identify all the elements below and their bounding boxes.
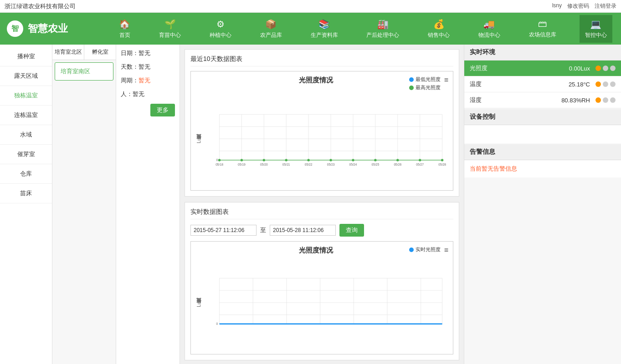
to-text: 至 <box>260 226 266 234</box>
env-dots <box>595 97 616 103</box>
env-name: 温度 <box>470 80 569 88</box>
info-label: 人： <box>121 91 133 97</box>
nav-icon: 📚 <box>318 19 330 30</box>
chart-section-10days-title: 最近10天数据图表 <box>190 55 453 66</box>
info-label: 日期： <box>121 50 139 56</box>
nav-item-农场信息库[interactable]: 🗃农场信息库 <box>523 15 562 43</box>
info-row: 日期：暂无 <box>121 49 175 57</box>
nav-item-销售中心[interactable]: 💰销售中心 <box>422 15 455 43</box>
env-section-title: 实时环境 <box>464 45 621 61</box>
chart-section-realtime: 实时数据图表 至 查询 光照度情况 <box>185 202 459 360</box>
env-value: 25.18°C <box>569 81 590 88</box>
logo-area: 智 智慧农业 <box>0 20 105 37</box>
sub-nav-tabs: 培育室北区 孵化室 <box>52 45 116 60</box>
info-row: 人：暂无 <box>121 90 175 98</box>
env-row-光照度: 光照度 0.00Lux <box>464 61 621 76</box>
nav-icon: 🏭 <box>377 19 389 30</box>
sidebar-item-水域[interactable]: 水域 <box>0 125 52 145</box>
chart-1-svg-wrap: 0 <box>204 93 448 186</box>
change-password-link[interactable]: 修改密码 <box>567 2 589 10</box>
sub-nav: 培育室北区 孵化室 培育室南区 <box>52 45 116 364</box>
sidebar-item-连栋温室[interactable]: 连栋温室 <box>0 106 52 125</box>
env-dot <box>595 66 601 71</box>
svg-point-23 <box>352 159 354 161</box>
sub-nav-item-south[interactable]: 培育室南区 <box>55 62 113 81</box>
legend-label-max: 最高光照度 <box>416 84 441 91</box>
nav-item-农产品库[interactable]: 📦农产品库 <box>255 15 287 43</box>
sidebar-item-露天区域[interactable]: 露天区域 <box>0 66 52 86</box>
device-section-title: 设备控制 <box>464 109 621 125</box>
svg-point-24 <box>374 159 376 161</box>
logout-link[interactable]: 注销登录 <box>595 2 616 10</box>
nav-icon: 💻 <box>590 19 601 30</box>
svg-text:05/24: 05/24 <box>349 163 357 166</box>
env-dot <box>603 66 608 71</box>
svg-text:05/25: 05/25 <box>371 163 379 166</box>
top-bar: 浙江绿谱农业科技有限公司 lsny 修改密码 注销登录 <box>0 0 621 13</box>
nav-item-物流中心[interactable]: 🚚物流中心 <box>473 15 506 43</box>
sidebar-item-催芽室[interactable]: 催芽室 <box>0 145 52 164</box>
logo-icon: 智 <box>7 20 23 37</box>
chart-title-row-1: 光照度情况 最低光照度 最高光照度 <box>195 76 448 91</box>
svg-text:05/18: 05/18 <box>216 163 223 166</box>
chart-2-menu[interactable]: ≡ <box>444 246 448 254</box>
chart-2-svg-area: 光照度值Lux <box>195 257 448 349</box>
device-content <box>464 125 621 143</box>
nav-item-种植中心[interactable]: ⚙种植中心 <box>204 15 237 43</box>
legend-label-realtime: 实时光照度 <box>416 246 441 253</box>
sidebar-item-苗床[interactable]: 苗床 <box>0 184 52 203</box>
sidebar: 播种室露天区域独栋温室连栋温室水域催芽室仓库苗床 <box>0 45 52 364</box>
nav-item-生产资料库[interactable]: 📚生产资料库 <box>305 15 344 43</box>
alert-text: 当前暂无告警信息 <box>470 165 517 172</box>
nav-item-产后处理中心[interactable]: 🏭产后处理中心 <box>361 15 405 43</box>
alert-section-title: 告警信息 <box>464 144 621 160</box>
top-bar-actions: lsny 修改密码 注销登录 <box>552 2 616 10</box>
info-row: 周期：暂无 <box>121 76 175 85</box>
chart-container-1: 光照度情况 最低光照度 最高光照度 <box>190 71 453 191</box>
env-dot <box>610 66 616 71</box>
legend-dot-min <box>409 77 414 82</box>
sidebar-item-播种室[interactable]: 播种室 <box>0 47 52 66</box>
alert-content: 当前暂无告警信息 <box>464 160 621 177</box>
nav-icon: 🗃 <box>538 19 547 29</box>
svg-point-27 <box>441 159 443 161</box>
nav-item-智控中心[interactable]: 💻智控中心 <box>580 15 612 43</box>
svg-point-18 <box>241 159 243 161</box>
query-button[interactable]: 查询 <box>339 224 364 237</box>
chart-container-2: 光照度情况 实时光照度 ≡ 光照度值Lux <box>190 241 453 354</box>
sub-nav-tab-hatch[interactable]: 孵化室 <box>84 45 116 60</box>
svg-text:05/20: 05/20 <box>260 163 268 166</box>
legend-item-max: 最高光照度 <box>409 84 441 91</box>
nav-label: 农场信息库 <box>529 31 556 39</box>
nav-icon: 🌱 <box>164 19 176 30</box>
chart-1-menu[interactable]: ≡ <box>444 76 448 84</box>
svg-text:05/26: 05/26 <box>394 163 401 166</box>
sidebar-item-独栋温室[interactable]: 独栋温室 <box>0 86 52 106</box>
alert-section: 告警信息 当前暂无告警信息 <box>464 144 621 177</box>
nav-item-育苗中心[interactable]: 🌱育苗中心 <box>154 15 186 43</box>
nav-icon: 🏠 <box>119 19 130 30</box>
more-button[interactable]: 更多 <box>150 104 175 116</box>
svg-point-26 <box>419 159 421 161</box>
sub-nav-tab-north[interactable]: 培育室北区 <box>52 45 84 60</box>
svg-point-19 <box>263 159 265 161</box>
env-name: 湿度 <box>470 96 561 104</box>
env-rows-container: 光照度 0.00Lux 温度 25.18°C 湿度 80.83%RH <box>464 61 621 108</box>
nav-label: 农产品库 <box>260 31 282 39</box>
legend-dot-max <box>409 86 414 90</box>
main-nav: 🏠首页🌱育苗中心⚙种植中心📦农产品库📚生产资料库🏭产后处理中心💰销售中心🚚物流中… <box>105 15 621 43</box>
user-name: lsny <box>552 2 562 10</box>
content-area: 培育室北区 孵化室 培育室南区 日期：暂无天数：暂无周期：暂无人：暂无更多 最近… <box>52 45 621 364</box>
nav-icon: 📦 <box>265 19 277 30</box>
date-from-input[interactable] <box>190 225 257 236</box>
env-dots <box>595 81 616 87</box>
legend-dot-realtime <box>409 248 414 252</box>
sidebar-item-仓库[interactable]: 仓库 <box>0 164 52 184</box>
env-name: 光照度 <box>470 64 569 72</box>
date-to-input[interactable] <box>270 225 336 236</box>
nav-item-首页[interactable]: 🏠首页 <box>113 15 136 43</box>
legend-item-min: 最低光照度 <box>409 76 441 83</box>
env-row-温度: 温度 25.18°C <box>464 76 621 92</box>
chart-2-title: 光照度情况 <box>223 246 409 255</box>
nav-icon: ⚙ <box>216 19 225 30</box>
